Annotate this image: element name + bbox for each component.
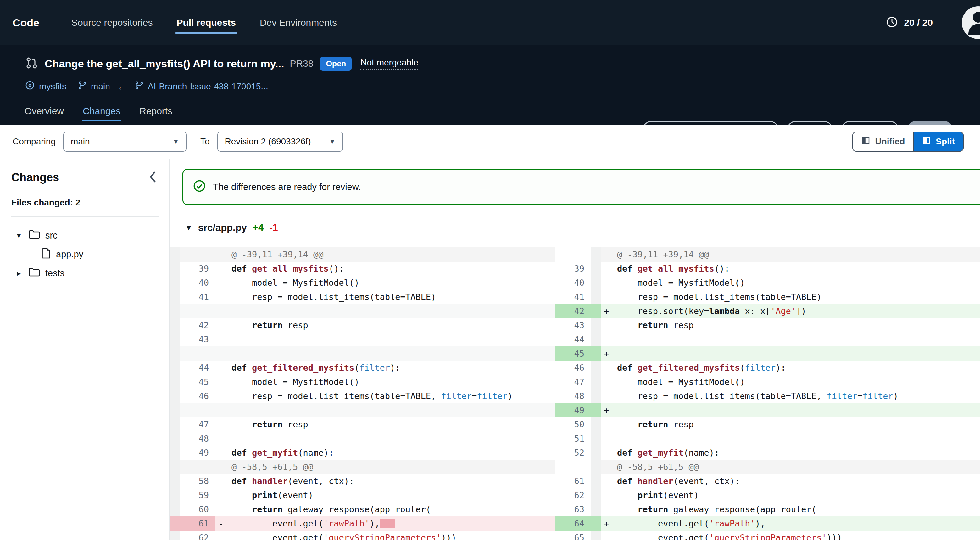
mergeable-status[interactable]: Not mergeable: [360, 57, 418, 70]
comment-gutter[interactable]: [170, 247, 180, 261]
comment-gutter[interactable]: [591, 502, 601, 516]
person-body: [968, 24, 980, 35]
pr-tab-reports[interactable]: Reports: [139, 106, 173, 121]
tree-caret-icon[interactable]: ▾: [14, 231, 23, 241]
comment-gutter[interactable]: [170, 530, 180, 540]
collapse-file-icon[interactable]: ▼: [185, 223, 192, 232]
comment-gutter[interactable]: [170, 432, 180, 446]
comment-gutter[interactable]: [591, 516, 601, 530]
comment-gutter[interactable]: [170, 502, 180, 516]
usage-clock-icon: [886, 16, 898, 30]
view-toggle-unified[interactable]: Unified: [853, 132, 913, 151]
comment-gutter[interactable]: [591, 318, 601, 332]
comment-gutter[interactable]: [591, 389, 601, 403]
line-number: 41: [180, 290, 215, 304]
diff-code: [231, 403, 555, 417]
comment-gutter[interactable]: [591, 375, 601, 389]
comment-gutter[interactable]: [170, 276, 180, 290]
folder-icon: [28, 267, 40, 279]
hunk-header: @ -58,5 +61,5 @@: [601, 460, 980, 474]
change-marker: [601, 261, 617, 276]
diff-row: 64+ event.get('rawPath'),: [555, 516, 980, 530]
comment-gutter[interactable]: [591, 361, 601, 375]
usage-count: 20 / 20: [904, 17, 933, 28]
comment-gutter[interactable]: [170, 346, 180, 361]
comment-gutter[interactable]: [591, 332, 601, 346]
comment-gutter[interactable]: [591, 403, 601, 417]
tree-item-src[interactable]: ▾src: [11, 226, 169, 245]
comment-gutter[interactable]: [170, 460, 180, 474]
pr-header: Change the get_all_mysfits() API to retu…: [0, 45, 980, 124]
pr-tab-changes[interactable]: Changes: [82, 106, 121, 121]
topnav-item[interactable]: Source repositories: [66, 14, 158, 31]
branch-icon: [78, 81, 87, 92]
line-number: 39: [555, 261, 591, 276]
comment-gutter[interactable]: [170, 304, 180, 318]
change-marker: [601, 276, 617, 290]
branch-icon: [135, 81, 144, 92]
diff-row: 60 return gateway_response(app_router(: [170, 502, 555, 516]
comment-gutter[interactable]: [170, 361, 180, 375]
source-branch-link[interactable]: AI-Branch-Issue-438-170015...: [148, 81, 268, 92]
status-badge: Open: [320, 57, 352, 71]
diff-row: [170, 304, 555, 318]
account-icon[interactable]: [962, 6, 980, 39]
comment-gutter[interactable]: [591, 530, 601, 540]
diff-row: 41 resp = model.list_items(table=TABLE): [555, 290, 980, 304]
comment-gutter[interactable]: [591, 417, 601, 432]
comment-gutter[interactable]: [591, 446, 601, 460]
tree-item-app-py[interactable]: app.py: [11, 245, 169, 264]
comment-gutter[interactable]: [170, 332, 180, 346]
comment-gutter[interactable]: [170, 261, 180, 276]
comment-gutter[interactable]: [170, 290, 180, 304]
comment-gutter[interactable]: [170, 516, 180, 530]
merge-direction-arrow: ←: [117, 80, 128, 92]
diff-code: return resp: [617, 417, 980, 432]
comment-gutter[interactable]: [170, 375, 180, 389]
comment-gutter[interactable]: [170, 446, 180, 460]
change-marker: +: [601, 346, 617, 361]
view-toggle-label: Split: [935, 137, 955, 147]
comment-gutter[interactable]: [591, 261, 601, 276]
topnav-item[interactable]: Pull requests: [171, 14, 241, 31]
repository-link[interactable]: mysfits: [39, 81, 66, 92]
diff-row: [170, 403, 555, 417]
comment-gutter[interactable]: [170, 417, 180, 432]
pr-number: PR38: [290, 58, 313, 69]
comment-gutter[interactable]: [170, 318, 180, 332]
diff-row: 44: [555, 332, 980, 346]
change-marker: [215, 389, 231, 403]
comment-gutter[interactable]: [170, 474, 180, 488]
comment-gutter[interactable]: [591, 460, 601, 474]
collapse-sidebar-button[interactable]: [148, 170, 157, 185]
change-marker: [215, 304, 231, 318]
pr-tab-overview[interactable]: Overview: [24, 106, 64, 121]
comment-gutter[interactable]: [170, 488, 180, 502]
comment-gutter[interactable]: [591, 346, 601, 361]
app-title: Code: [13, 17, 39, 29]
comment-gutter[interactable]: [591, 276, 601, 290]
tree-item-tests[interactable]: ▸tests: [11, 264, 169, 283]
comment-gutter[interactable]: [591, 304, 601, 318]
diff-row: 40 model = MysfitModel(): [555, 276, 980, 290]
comment-gutter[interactable]: [591, 290, 601, 304]
comment-gutter[interactable]: [591, 432, 601, 446]
line-number: 47: [555, 375, 591, 389]
source-branch-select[interactable]: main ▼: [63, 132, 186, 152]
comment-gutter[interactable]: [591, 488, 601, 502]
tree-caret-icon[interactable]: ▸: [14, 268, 23, 278]
view-toggle-split[interactable]: Split: [913, 132, 963, 151]
destination-branch-link[interactable]: main: [91, 81, 110, 92]
revision-select[interactable]: Revision 2 (6903326f) ▼: [217, 132, 343, 152]
change-marker: [215, 361, 231, 375]
comment-gutter[interactable]: [591, 247, 601, 261]
topnav-item[interactable]: Dev Environments: [254, 14, 342, 31]
diff-row: 42+ resp.sort(key=lambda x: x['Age']): [555, 304, 980, 318]
comment-gutter[interactable]: [170, 389, 180, 403]
comment-gutter[interactable]: [591, 474, 601, 488]
line-number: 49: [180, 446, 215, 460]
comment-gutter[interactable]: [170, 403, 180, 417]
line-number: [180, 403, 215, 417]
file-section-header: ▼ src/app.py +4 -1: [185, 222, 980, 234]
diff-code: [617, 346, 980, 361]
